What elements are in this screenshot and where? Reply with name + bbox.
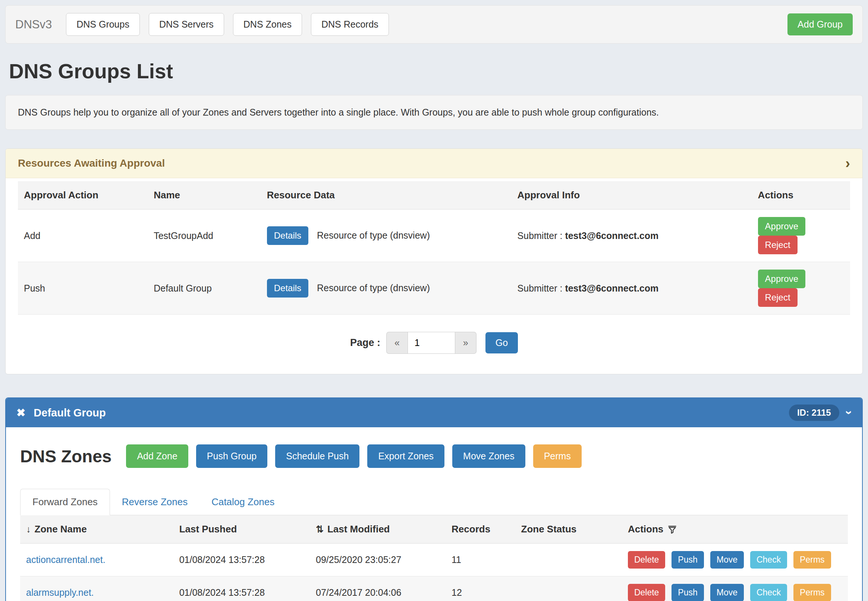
nav-dns-records[interactable]: DNS Records [311, 13, 389, 36]
col-zone-actions: Actions [622, 515, 848, 544]
delete-button[interactable]: Delete [628, 584, 665, 601]
zone-row: actioncarrental.net. 01/08/2024 13:57:28… [20, 544, 848, 577]
page-prev-button[interactable]: « [386, 332, 407, 354]
records-cell: 12 [445, 577, 515, 601]
approval-name-cell: Default Group [148, 262, 261, 315]
approval-panel-title: Resources Awaiting Approval [18, 157, 165, 169]
col-records: Records [445, 515, 515, 544]
add-group-button[interactable]: Add Group [787, 14, 853, 35]
close-icon[interactable]: ✖ [17, 407, 25, 418]
col-zone-name: ↓Zone Name [20, 515, 173, 544]
zone-status-cell [515, 544, 622, 577]
approval-table: Approval Action Name Resource Data Appro… [18, 181, 850, 315]
submitter-label: Submitter : [517, 283, 563, 293]
export-zones-button[interactable]: Export Zones [367, 444, 444, 468]
approval-action-cell: Push [18, 262, 148, 315]
approval-actions-cell: Approve Reject [752, 262, 850, 315]
delete-button[interactable]: Delete [628, 551, 665, 569]
sort-numeric-icon[interactable]: ↓ [26, 524, 31, 534]
zones-section-title: DNS Zones [20, 446, 111, 467]
chevron-right-icon[interactable]: › [845, 158, 850, 169]
move-zones-button[interactable]: Move Zones [452, 444, 525, 468]
col-resource-data: Resource Data [261, 181, 511, 209]
approval-info-cell: Submitter : test3@6connect.com [511, 262, 752, 315]
col-zone-name-label: Zone Name [35, 523, 87, 535]
sort-updown-icon[interactable]: ⇅ [316, 524, 323, 534]
approval-action-cell: Add [18, 209, 148, 262]
last-modified-cell: 09/25/2020 23:05:27 [310, 544, 445, 577]
approval-panel-header[interactable]: Resources Awaiting Approval › [6, 149, 862, 178]
perms-button[interactable]: Perms [793, 584, 831, 601]
resource-data-cell: Details Resource of type (dnsview) [261, 262, 511, 315]
nav-dns-zones[interactable]: DNS Zones [233, 13, 302, 36]
submitter-email: test3@6connect.com [565, 283, 659, 293]
resource-data-cell: Details Resource of type (dnsview) [261, 209, 511, 262]
page-next-button[interactable]: » [455, 332, 476, 354]
group-id-badge: ID: 2115 [789, 404, 839, 421]
schedule-push-button[interactable]: Schedule Push [275, 444, 359, 468]
details-button[interactable]: Details [267, 226, 308, 245]
nav-dns-servers[interactable]: DNS Servers [149, 13, 224, 36]
approve-button[interactable]: Approve [758, 270, 805, 288]
group-perms-button[interactable]: Perms [533, 444, 582, 468]
approve-button[interactable]: Approve [758, 217, 805, 236]
filter-icon[interactable] [668, 525, 677, 534]
page-description: DNS Groups help you to organize all of y… [5, 95, 863, 130]
submitter-label: Submitter : [517, 230, 563, 241]
move-button[interactable]: Move [710, 584, 744, 601]
chevron-down-icon[interactable]: › [845, 410, 854, 415]
group-panel: ✖ Default Group ID: 2115 › DNS Zones Add… [5, 397, 863, 601]
approval-table-header-row: Approval Action Name Resource Data Appro… [18, 181, 850, 209]
zones-toolbar: DNS Zones Add Zone Push Group Schedule P… [20, 444, 848, 468]
resource-data-text: Resource of type (dnsview) [317, 282, 430, 293]
nav-dns-groups[interactable]: DNS Groups [66, 13, 140, 36]
check-button[interactable]: Check [750, 551, 787, 569]
tab-forward-zones[interactable]: Forward Zones [20, 489, 110, 515]
approval-pagination: Page : « » Go [18, 332, 850, 354]
push-button[interactable]: Push [671, 584, 703, 601]
zone-link[interactable]: alarmsupply.net. [26, 587, 94, 598]
approval-row: Push Default Group Details Resource of t… [18, 262, 850, 315]
approval-info-cell: Submitter : test3@6connect.com [511, 209, 752, 262]
tab-reverse-zones[interactable]: Reverse Zones [110, 489, 200, 515]
col-last-modified-label: Last Modified [327, 523, 390, 535]
submitter-email: test3@6connect.com [565, 230, 659, 241]
pager-group: « » [386, 332, 476, 354]
col-zone-actions-label: Actions [628, 523, 663, 535]
approval-panel-body: Approval Action Name Resource Data Appro… [6, 178, 862, 374]
zones-tabs: Forward Zones Reverse Zones Catalog Zone… [20, 489, 848, 515]
group-title: Default Group [34, 407, 105, 419]
app-brand: DNSv3 [15, 18, 52, 31]
top-navbar: DNSv3 DNS Groups DNS Servers DNS Zones D… [5, 5, 863, 44]
approval-name-cell: TestGroupAdd [148, 209, 261, 262]
approval-panel: Resources Awaiting Approval › Approval A… [5, 148, 863, 374]
col-actions: Actions [752, 181, 850, 209]
zones-table-header-row: ↓Zone Name Last Pushed ⇅Last Modified Re… [20, 515, 848, 544]
last-pushed-cell: 01/08/2024 13:57:28 [173, 577, 310, 601]
move-button[interactable]: Move [710, 551, 744, 569]
page-number-input[interactable] [407, 332, 455, 354]
push-button[interactable]: Push [671, 551, 703, 569]
details-button[interactable]: Details [267, 279, 308, 297]
perms-button[interactable]: Perms [793, 551, 831, 569]
last-modified-cell: 07/24/2017 20:04:06 [310, 577, 445, 601]
tab-catalog-zones[interactable]: Catalog Zones [200, 489, 286, 515]
zone-actions-cell: Delete Push Move Check Perms [622, 544, 848, 577]
reject-button[interactable]: Reject [758, 288, 798, 307]
zone-name-cell: actioncarrental.net. [20, 544, 173, 577]
zone-link[interactable]: actioncarrental.net. [26, 554, 105, 565]
push-group-button[interactable]: Push Group [196, 444, 267, 468]
go-button[interactable]: Go [485, 332, 518, 354]
col-name: Name [148, 181, 261, 209]
check-button[interactable]: Check [750, 584, 787, 601]
add-zone-button[interactable]: Add Zone [126, 444, 188, 468]
page: { "icons": { "chevron": "›", "close": "✖… [0, 0, 868, 601]
group-panel-header: ✖ Default Group ID: 2115 › [6, 398, 862, 427]
col-last-pushed: Last Pushed [173, 515, 310, 544]
col-last-modified: ⇅Last Modified [310, 515, 445, 544]
reject-button[interactable]: Reject [758, 236, 798, 254]
page-title: DNS Groups List [9, 59, 859, 83]
last-pushed-cell: 01/08/2024 13:57:28 [173, 544, 310, 577]
zone-actions-cell: Delete Push Move Check Perms [622, 577, 848, 601]
approval-actions-cell: Approve Reject [752, 209, 850, 262]
